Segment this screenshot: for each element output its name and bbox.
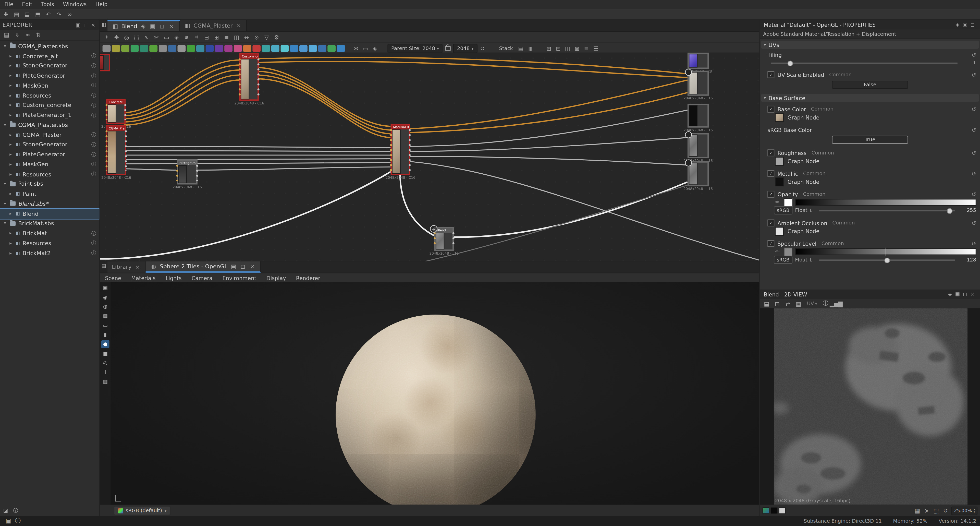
- cut-link-icon[interactable]: ✂: [152, 33, 161, 41]
- link-icon[interactable]: ∞: [65, 10, 75, 18]
- atomic-node-icon[interactable]: [112, 45, 120, 52]
- output-node-basecolor[interactable]: 2048x2048 - L16: [687, 71, 709, 96]
- explorer-item[interactable]: ▸ ◧ PlateGenerator ⓘ: [0, 71, 99, 81]
- frame-icon[interactable]: ▭: [361, 44, 370, 53]
- output-node-height[interactable]: 2048x2048 - L16: [687, 161, 709, 186]
- dock-icon[interactable]: ▣: [230, 262, 237, 271]
- specular-color-swatch[interactable]: [784, 247, 792, 256]
- section-uvs[interactable]: ▾ UVs: [761, 41, 979, 49]
- info-icon[interactable]: ⓘ: [91, 112, 97, 118]
- zoom-spinner[interactable]: ▴▾: [974, 508, 975, 513]
- chevron-right-icon[interactable]: ▸: [8, 83, 13, 88]
- sort-icon[interactable]: ⇅: [34, 31, 43, 39]
- graph-node-partial[interactable]: [100, 54, 110, 72]
- chevron-right-icon[interactable]: ▸: [8, 103, 13, 108]
- compact-icon[interactable]: ◫: [232, 33, 242, 41]
- snap-grid-icon[interactable]: ⌗: [192, 33, 201, 41]
- reset-icon[interactable]: ↺: [972, 191, 976, 197]
- srgb-button[interactable]: sRGB: [774, 206, 793, 215]
- menu-item[interactable]: File: [0, 0, 18, 9]
- pin-icon[interactable]: ◈: [946, 290, 954, 298]
- redo-icon[interactable]: ↷: [54, 10, 64, 18]
- save-all-icon[interactable]: ⬒: [33, 10, 43, 18]
- close-icon[interactable]: ×: [249, 262, 256, 271]
- chevron-down-icon[interactable]: ▾: [3, 123, 8, 128]
- ao-checkbox[interactable]: ✓: [767, 220, 774, 226]
- explorer-item[interactable]: ▸ ◧ Custom_concrete ⓘ: [0, 100, 99, 110]
- opacity-slider[interactable]: [819, 210, 955, 211]
- parent-size-dropdown[interactable]: Parent Size: 2048 ▾: [387, 44, 442, 53]
- import-icon[interactable]: ⇩: [13, 31, 22, 39]
- zoom-icon[interactable]: ◎: [122, 33, 131, 41]
- atomic-node-icon[interactable]: [252, 45, 261, 52]
- graph-node-material-blend[interactable]: Material Blend 2048x2048 - C16: [391, 124, 410, 175]
- info-icon[interactable]: ⓘ: [91, 102, 97, 109]
- white-point-swatch[interactable]: [779, 507, 786, 514]
- explorer-group-row[interactable]: ▾ BrickMat.sbs: [0, 218, 99, 228]
- spread-icon[interactable]: ⊠: [573, 44, 582, 53]
- opacity-color-swatch[interactable]: [784, 198, 792, 207]
- chevron-right-icon[interactable]: ▸: [8, 152, 13, 157]
- specular-gradient-bar[interactable]: [795, 248, 976, 255]
- atomic-node-icon[interactable]: [299, 45, 307, 52]
- pointer-icon[interactable]: ➤: [922, 506, 932, 515]
- graph-node-custom-concrete[interactable]: Custom_concrete 2048x2048 - C16: [239, 53, 259, 100]
- align-left-icon[interactable]: ⊞: [544, 44, 554, 53]
- viewport-menu-display[interactable]: Display: [261, 275, 291, 281]
- torus-geometry-icon[interactable]: ◎: [101, 359, 110, 367]
- sphere-geometry-icon[interactable]: ●: [101, 340, 110, 348]
- align-center-icon[interactable]: ⊟: [554, 44, 563, 53]
- explorer-item[interactable]: ▸ ◧ Blend ⓘ: [0, 209, 99, 218]
- specular-checkbox[interactable]: ✓: [767, 240, 774, 247]
- stack-view-icon[interactable]: ▤: [516, 44, 525, 53]
- info-icon[interactable]: ⓘ: [13, 516, 22, 525]
- save-icon[interactable]: ⬓: [22, 10, 32, 18]
- chevron-right-icon[interactable]: ▸: [8, 250, 13, 256]
- chevron-down-icon[interactable]: ▾: [3, 182, 8, 186]
- link-icon[interactable]: ∞: [23, 31, 33, 39]
- open-icon[interactable]: ▤: [12, 10, 21, 18]
- metallic-checkbox[interactable]: ✓: [767, 170, 774, 177]
- float-icon[interactable]: ◻: [969, 21, 976, 29]
- explorer-item[interactable]: ▸ ◧ BrickMat ⓘ: [0, 228, 99, 238]
- chevron-right-icon[interactable]: ▸: [8, 63, 13, 69]
- align-horizontal-icon[interactable]: ⊟: [202, 33, 211, 41]
- colorspace-dropdown[interactable]: sRGB (default) ▾: [114, 506, 171, 515]
- explorer-item[interactable]: ▸ ◧ MaskGen ⓘ: [0, 159, 99, 169]
- chevron-right-icon[interactable]: ▸: [8, 93, 13, 98]
- pin-icon[interactable]: ◈: [140, 22, 147, 31]
- float-icon[interactable]: ◻: [82, 21, 89, 29]
- graph-node-blend[interactable]: Blend 2048x2048 - L16: [434, 227, 454, 251]
- specular-slider[interactable]: [819, 259, 955, 260]
- dock-icon[interactable]: ◪: [2, 506, 9, 515]
- info-icon[interactable]: ⓘ: [91, 230, 97, 237]
- reset-icon[interactable]: ↺: [972, 106, 976, 112]
- atomic-node-icon[interactable]: [103, 45, 111, 52]
- base-color-thumbnail[interactable]: [775, 113, 784, 121]
- copy-icon[interactable]: ⊞: [773, 299, 782, 308]
- chevron-right-icon[interactable]: ▸: [8, 73, 13, 78]
- srgb-button[interactable]: sRGB: [774, 256, 793, 264]
- chevron-down-icon[interactable]: ▾: [3, 221, 8, 226]
- atomic-node-icon[interactable]: [206, 45, 214, 52]
- tab-cgma-plaster[interactable]: ◧ CGMA_Plaster ×: [180, 20, 247, 31]
- settings-icon[interactable]: ⚙: [272, 33, 281, 41]
- plane-geometry-icon[interactable]: ▭: [101, 322, 110, 330]
- explorer-item[interactable]: ▸ ◧ BrickMat2 ⓘ: [0, 248, 99, 258]
- ao-thumbnail[interactable]: [775, 227, 784, 236]
- float-icon[interactable]: ◻: [239, 262, 246, 271]
- select-icon[interactable]: ⌖: [102, 33, 111, 41]
- dock-icon[interactable]: ▣: [954, 290, 961, 298]
- explorer-item[interactable]: ▸ ◧ PlateGenerator_1 ⓘ: [0, 110, 99, 120]
- explorer-item[interactable]: ▸ ◧ CGMA_Plaster ⓘ: [0, 130, 99, 140]
- dock-icon[interactable]: ▣: [149, 22, 156, 31]
- info-icon[interactable]: ⓘ: [91, 151, 97, 158]
- atomic-node-icon[interactable]: [290, 45, 298, 52]
- export-icon[interactable]: ⬓: [762, 299, 771, 308]
- pan-icon[interactable]: ✥: [112, 33, 121, 41]
- reset-icon[interactable]: ↺: [972, 220, 976, 226]
- display-icon[interactable]: ▦: [101, 312, 110, 320]
- fit-view-icon[interactable]: ⬚: [932, 506, 941, 515]
- base-color-checkbox[interactable]: ✓: [767, 106, 774, 113]
- info-icon[interactable]: ⓘ: [12, 506, 19, 515]
